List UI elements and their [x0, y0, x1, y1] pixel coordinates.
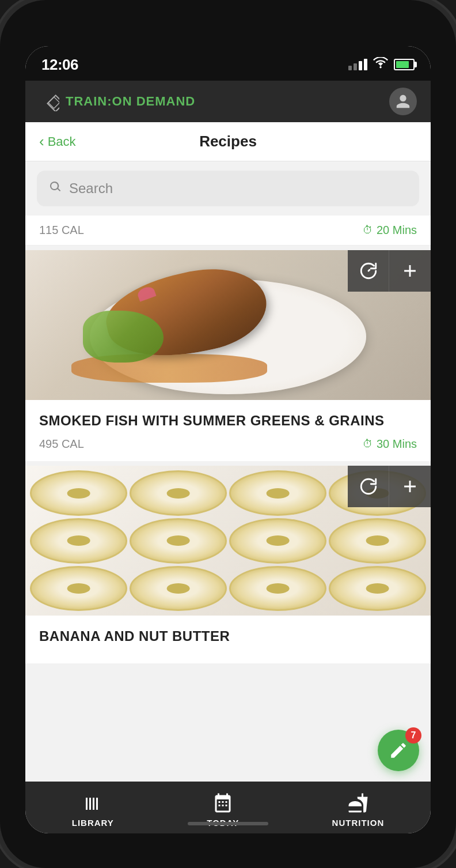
recipe-name-2: BANANA AND NUT BUTTER	[39, 627, 417, 645]
image-actions-2	[348, 466, 431, 507]
page-nav: ‹ Back Recipes	[25, 122, 431, 161]
battery-icon	[394, 59, 415, 70]
content-area[interactable]: Search 115 CAL ⏱ 20 Mins	[25, 161, 431, 782]
banana-slice	[130, 518, 227, 564]
logo-text: TRAIN:ON DEMAND	[66, 94, 195, 109]
banana-slice	[130, 470, 227, 516]
status-bar: 12:06	[25, 46, 431, 81]
recipe-name: SMOKED FISH WITH SUMMER GREENS & GRAINS	[39, 412, 417, 429]
svg-rect-4	[222, 801, 224, 803]
banana-slice	[229, 518, 326, 564]
banana-slice	[329, 566, 426, 612]
back-button[interactable]: ‹ Back	[39, 133, 76, 150]
status-icons	[348, 57, 415, 72]
phone-screen: 12:06	[25, 46, 431, 833]
nav-label-nutrition: NUTRITION	[332, 818, 385, 828]
fab-button[interactable]: 7	[378, 730, 419, 771]
logo-diamond-icon	[39, 91, 60, 112]
recipe-info-2: BANANA AND NUT BUTTER	[25, 616, 431, 663]
add-button[interactable]	[389, 250, 431, 292]
app-header: TRAIN:ON DEMAND	[25, 81, 431, 122]
svg-rect-7	[222, 805, 224, 806]
banana-slice	[30, 566, 127, 612]
banana-slice	[30, 518, 127, 564]
library-icon	[81, 791, 104, 814]
add-button-2[interactable]	[389, 466, 431, 507]
recipe-card-2[interactable]: BANANA AND NUT BUTTER	[25, 466, 431, 663]
page-title: Recipes	[199, 133, 257, 150]
fab-badge: 7	[405, 727, 421, 744]
banana-slice	[30, 470, 127, 516]
nav-item-nutrition[interactable]: NUTRITION	[332, 791, 385, 828]
nav-label-library: LIBRARY	[72, 818, 114, 828]
signal-bars-icon	[348, 59, 367, 70]
timer-icon: ⏱	[363, 224, 373, 236]
nutrition-icon	[347, 791, 370, 814]
image-actions	[348, 250, 431, 292]
edit-icon	[389, 741, 408, 760]
today-icon	[211, 791, 234, 814]
recipe-image-container-2	[25, 466, 431, 616]
banana-slice	[229, 470, 326, 516]
home-indicator	[188, 822, 268, 825]
user-avatar[interactable]	[389, 88, 417, 115]
svg-line-2	[368, 269, 370, 271]
banana-slice	[229, 566, 326, 612]
recipe-image-container	[25, 250, 431, 400]
svg-rect-8	[226, 805, 227, 806]
banana-slice	[329, 518, 426, 564]
partial-calories: 115 CAL	[39, 224, 84, 237]
svg-rect-6	[219, 805, 221, 806]
bottom-nav: LIBRARY TODAY	[25, 782, 431, 833]
partial-recipe-card: 115 CAL ⏱ 20 Mins	[25, 216, 431, 246]
status-time: 12:06	[41, 56, 78, 74]
back-chevron-icon: ‹	[39, 133, 44, 150]
search-icon	[48, 180, 62, 197]
wifi-icon	[373, 57, 388, 72]
banana-slice	[130, 566, 227, 612]
recipe-calories: 495 CAL	[39, 437, 84, 451]
nav-item-library[interactable]: LIBRARY	[72, 791, 114, 828]
recipe-time: ⏱ 30 Mins	[363, 437, 417, 451]
partial-time: ⏱ 20 Mins	[363, 224, 417, 237]
phone-frame: 12:06	[0, 0, 456, 868]
person-icon	[395, 93, 411, 110]
svg-rect-5	[226, 801, 227, 803]
recipe-info: SMOKED FISH WITH SUMMER GREENS & GRAINS …	[25, 400, 431, 461]
header-logo: TRAIN:ON DEMAND	[39, 91, 195, 112]
timer-icon-2: ⏱	[363, 438, 373, 450]
svg-rect-3	[219, 801, 221, 803]
recipe-card[interactable]: SMOKED FISH WITH SUMMER GREENS & GRAINS …	[25, 250, 431, 461]
search-bar[interactable]: Search	[37, 171, 419, 206]
rotate-button-2[interactable]	[348, 466, 389, 507]
rotate-button[interactable]	[348, 250, 389, 292]
search-input[interactable]: Search	[69, 180, 113, 197]
